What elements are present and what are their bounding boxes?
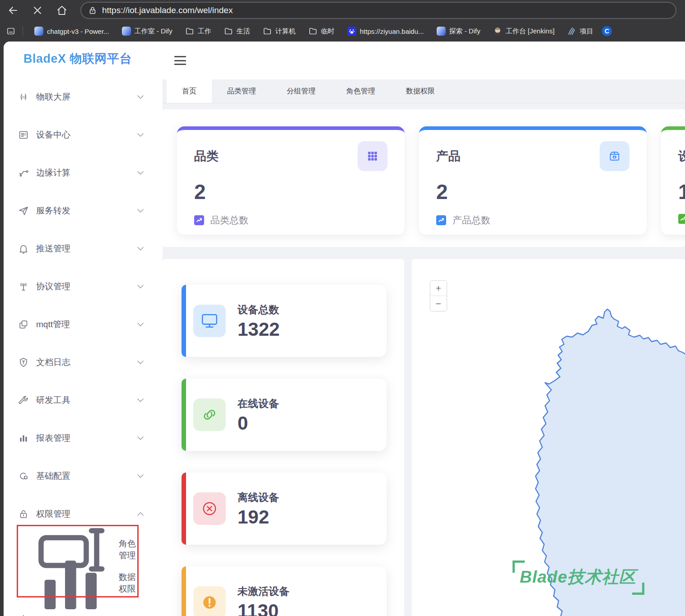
device-card-online[interactable]: 在线设备 0 — [182, 379, 387, 451]
accent-bar — [182, 472, 186, 545]
map-panel: + − Blade技术社区 — [412, 259, 685, 616]
stat-card-category[interactable]: 品类 2 品类总数 — [177, 126, 405, 235]
sidebar-item-dev-tools[interactable]: 研发工具 — [4, 381, 163, 419]
sidebar-item-label: 推送管理 — [36, 243, 70, 255]
accent-bar — [182, 379, 186, 451]
zoom-out-button[interactable]: − — [430, 296, 447, 311]
device-card-offline[interactable]: 离线设备 192 — [182, 472, 387, 545]
sidebar-item-service-forward[interactable]: 服务转发 — [4, 192, 163, 230]
device-card-total[interactable]: 设备总数 1322 — [182, 285, 387, 357]
chevron-down-icon — [137, 171, 144, 175]
bookmark-folder-life[interactable]: 生活 — [220, 25, 254, 37]
bookmark-explore-dify[interactable]: 探索 - Dify — [433, 25, 485, 37]
home-icon[interactable] — [56, 5, 68, 16]
bookmark-project[interactable]: 项目 — [563, 25, 597, 37]
watermark-text: Blade技术社区 — [520, 566, 636, 588]
bookmark-label: 项目 — [580, 27, 593, 36]
bookmarks-bar: chatgpt-v3 - Power... 工作室 - Dify 工作 生活 计… — [0, 21, 685, 42]
zoom-in-button[interactable]: + — [430, 281, 447, 296]
sidebar-item-label: 研发工具 — [36, 394, 70, 406]
sidebar-item-report-mgmt[interactable]: 报表管理 — [4, 419, 163, 457]
sidebar-item-label: 边缘计算 — [36, 167, 70, 179]
address-bar[interactable]: https://iot.javablade.com/wel/index — [80, 2, 676, 19]
sidebar-item-label: 服务转发 — [36, 205, 70, 217]
tab-group-mgmt[interactable]: 分组管理 — [271, 79, 331, 103]
sidebar-item-push-mgmt[interactable]: 推送管理 — [4, 230, 163, 268]
accent-bar — [182, 285, 186, 357]
device-stat-value: 0 — [238, 414, 279, 433]
stat-value: 2 — [436, 181, 629, 202]
tab-data-permission[interactable]: 数据权限 — [391, 79, 450, 103]
url-text: https://iot.javablade.com/wel/index — [102, 5, 233, 15]
sidebar-item-doc-log[interactable]: 文档日志 — [4, 343, 163, 381]
chevron-up-icon — [137, 512, 144, 516]
browser-toolbar: https://iot.javablade.com/wel/index — [0, 0, 685, 21]
sidebar-item-mqtt-mgmt[interactable]: mqtt管理 — [4, 306, 163, 343]
bookmark-folder-work[interactable]: 工作 — [181, 25, 215, 37]
bookmark-baidu-ziyuan[interactable]: https://ziyuan.baidu... — [343, 25, 428, 37]
main-header — [163, 42, 685, 79]
close-icon[interactable] — [32, 5, 43, 16]
device-stat-value: 1322 — [238, 320, 280, 339]
tab-home[interactable]: 首页 — [167, 79, 212, 103]
hamburger-menu-icon[interactable] — [174, 56, 186, 65]
sidebar-item-iot-screen[interactable]: AI 物联大屏 — [4, 78, 163, 116]
device-stat-label: 设备总数 — [238, 303, 280, 317]
main-area: 首页 品类管理 分组管理 角色管理 数据权限 品类 2 — [163, 42, 685, 616]
sidebar-item-label: 物联大屏 — [36, 91, 70, 103]
bookmark-label: https://ziyuan.baidu... — [360, 28, 424, 35]
chevron-down-icon — [137, 247, 144, 250]
device-stat-label: 未激活设备 — [238, 584, 289, 598]
bookmark-chatgpt[interactable]: chatgpt-v3 - Power... — [30, 25, 113, 37]
tab-category-mgmt[interactable]: 品类管理 — [212, 79, 271, 103]
sidebar-item-label: 基础配置 — [36, 470, 70, 482]
bookmark-gongzuoshi-dify[interactable]: 工作室 - Dify — [118, 25, 177, 37]
sidebar-item-edge-computing[interactable]: 边缘计算 — [4, 154, 163, 192]
trend-icon — [194, 215, 204, 225]
tab-role-mgmt[interactable]: 角色管理 — [331, 79, 391, 103]
back-icon[interactable] — [7, 5, 19, 16]
device-card-inactive[interactable]: 未激活设备 1130 — [182, 566, 387, 616]
device-stats-panel: 设备总数 1322 在线设备 0 — [163, 259, 404, 616]
bookmark-folder-computer[interactable]: 计算机 — [259, 25, 300, 37]
bookmark-label: 生活 — [237, 27, 250, 36]
lock-icon — [88, 6, 97, 15]
feather-icon — [567, 27, 576, 36]
bookmark-folder-temp[interactable]: 临时 — [304, 25, 339, 37]
chevron-down-icon — [137, 285, 144, 288]
stat-card-device[interactable]: 设 1 — [661, 126, 685, 235]
monitor-icon — [193, 305, 226, 337]
sidebar-item-device-center[interactable]: 设备中心 — [4, 116, 163, 154]
sidebar-item-protocol-mgmt[interactable]: 协议管理 — [4, 268, 163, 306]
bookmark-label: 工作室 - Dify — [135, 27, 172, 36]
sidebar-subitem-data-permission[interactable]: 数据权限 — [4, 566, 163, 600]
baidu-icon — [347, 27, 356, 36]
package-icon — [600, 141, 629, 171]
dify-logo-icon — [437, 27, 446, 36]
bookmark-label: 工作台 [Jenkins] — [506, 27, 555, 36]
stat-card-product[interactable]: 产品 2 产品总数 — [419, 126, 647, 235]
gear-icon — [18, 613, 29, 616]
reading-list-icon[interactable] — [6, 27, 15, 36]
copy-icon — [18, 319, 29, 330]
chevron-down-icon — [137, 474, 144, 478]
svg-text:AI: AI — [22, 95, 25, 99]
chevron-down-icon — [137, 323, 144, 326]
edge-circuit-icon — [18, 167, 29, 178]
grid-icon — [358, 141, 387, 171]
bookmark-label: 工作 — [198, 27, 211, 36]
folder-icon — [224, 27, 233, 36]
bookmark-jenkins[interactable]: 工作台 [Jenkins] — [489, 25, 559, 37]
bookmark-label: 临时 — [321, 27, 335, 36]
folder-icon — [308, 27, 317, 36]
sidebar-item-label: 协议管理 — [36, 281, 70, 292]
stat-value: 1 — [678, 181, 685, 202]
stat-title: 产品 — [436, 148, 461, 164]
sidebar-item-basic-config[interactable]: 基础配置 — [4, 457, 163, 495]
stat-title: 设 — [678, 148, 685, 164]
stat-title: 品类 — [194, 148, 219, 164]
bookmark-favicon-partial[interactable]: C — [602, 26, 612, 36]
tab-strip: 首页 品类管理 分组管理 角色管理 数据权限 — [163, 79, 685, 103]
map-zoom-control: + − — [430, 280, 447, 311]
bookmark-label: chatgpt-v3 - Power... — [47, 28, 109, 35]
